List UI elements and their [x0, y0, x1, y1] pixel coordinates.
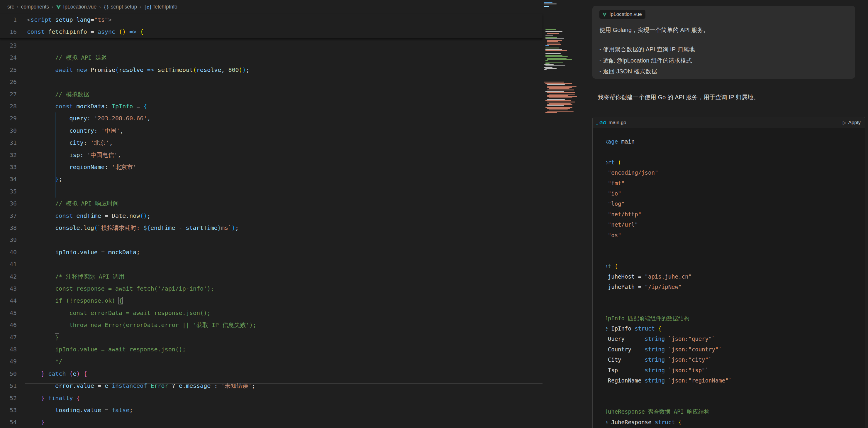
minimap-row	[547, 84, 565, 85]
line-number[interactable]: 47	[0, 332, 17, 343]
line-number[interactable]: 28	[0, 101, 17, 112]
attached-file-chip[interactable]: IpLocation.vue	[599, 10, 645, 19]
code-line[interactable]: 28 const mockData: IpInfo = {	[0, 101, 542, 112]
code-line[interactable]: 52 } finally {	[0, 392, 542, 404]
line-number[interactable]: 30	[0, 125, 17, 137]
line-number[interactable]: 49	[0, 355, 17, 368]
sticky-scroll[interactable]: 1<script setup lang="ts">16const fetchIp…	[0, 14, 542, 39]
line-number[interactable]: 44	[0, 295, 17, 307]
code-block-body[interactable]: package mainimport ( "encoding/json" "fm…	[593, 128, 865, 428]
breadcrumb-item-file[interactable]: IpLocation.vue	[56, 4, 96, 10]
breadcrumb-item-script-setup[interactable]: {} script setup	[103, 4, 137, 10]
minimap[interactable]	[542, 0, 584, 428]
minimap-row	[546, 112, 557, 113]
line-number[interactable]: 34	[0, 173, 17, 185]
code-line[interactable]: 46 throw new Error(errorData.error || '获…	[0, 319, 542, 331]
code-line[interactable]: 42 /* 注释掉实际 API 调用	[0, 270, 542, 283]
line-number[interactable]: 31	[0, 137, 17, 149]
code-line[interactable]: 33 regionName: '北京市'	[0, 161, 542, 173]
line-number[interactable]: 36	[0, 198, 17, 209]
minimap-row	[544, 3, 557, 4]
code-line[interactable]: 41	[0, 258, 542, 270]
minimap-row	[547, 41, 558, 42]
line-number[interactable]: 54	[0, 416, 17, 428]
line-number[interactable]: 23	[0, 40, 17, 52]
line-number[interactable]: 32	[0, 149, 17, 161]
line-number[interactable]: 16	[0, 26, 17, 38]
minimap-row	[544, 2, 553, 3]
code-line[interactable]: 38 console.log(`模拟请求耗时: ${endTime - star…	[0, 222, 542, 234]
line-number[interactable]: 27	[0, 88, 17, 101]
code-line[interactable]: 40 ipInfo.value = mockData;	[0, 246, 542, 258]
code-line[interactable]: 27 // 模拟数据	[0, 88, 542, 101]
line-number[interactable]: 50	[0, 368, 17, 380]
code-line[interactable]: 32 isp: '中国电信',	[0, 149, 542, 161]
line-number[interactable]: 24	[0, 52, 17, 64]
apply-button[interactable]: ▷ Apply	[843, 120, 861, 126]
code-line[interactable]: 48 ipInfo.value = await response.json();	[0, 343, 542, 355]
apply-label: Apply	[848, 120, 861, 126]
minimap-row	[547, 86, 577, 87]
code-line[interactable]: 30 country: '中国',	[0, 125, 542, 137]
code-line[interactable]: 1<script setup lang="ts">	[0, 14, 542, 26]
breadcrumb-label: fetchIpInfo	[153, 4, 178, 10]
line-number[interactable]: 29	[0, 112, 17, 124]
bullet-line: - 返回 JSON 格式数据	[599, 66, 695, 77]
breadcrumb-item-src[interactable]: src	[7, 4, 14, 10]
breadcrumb-item-symbol[interactable]: [∅] fetchIpInfo	[144, 4, 178, 10]
code-line[interactable]: 24 // 模拟 API 延迟	[0, 52, 542, 64]
code-line: Country string `json:"country"`	[606, 344, 865, 354]
code-line[interactable]: 53 loading.value = false;	[0, 404, 542, 416]
code-line: "fmt"	[606, 178, 865, 189]
code-line[interactable]: 23	[0, 40, 542, 52]
minimap-row	[546, 55, 562, 56]
code-line[interactable]: 51 error.value = e instanceof Error ? e.…	[0, 380, 542, 392]
minimap-row	[549, 94, 575, 94]
code-line[interactable]: 34 };	[0, 173, 542, 185]
code-line[interactable]: 31 city: '北京',	[0, 137, 542, 149]
breadcrumb-label: IpLocation.vue	[63, 4, 96, 10]
code-line[interactable]: 49 */	[0, 355, 542, 368]
line-number[interactable]: 37	[0, 210, 17, 222]
line-number[interactable]: 40	[0, 246, 17, 258]
breadcrumb-label: components	[21, 4, 49, 10]
code-line[interactable]: 36 // 模拟 API 响应时间	[0, 198, 542, 209]
code-line[interactable]: 45 const errorData = await response.json…	[0, 307, 542, 319]
line-number[interactable]: 51	[0, 380, 17, 392]
code-line[interactable]: 39	[0, 234, 542, 246]
minimap-row	[546, 38, 564, 39]
line-number[interactable]: 42	[0, 270, 17, 283]
minimap-row	[546, 56, 568, 57]
minimap-row	[546, 91, 564, 92]
code-line[interactable]: 50 } catch (e) {	[0, 368, 542, 380]
line-number[interactable]: 41	[0, 258, 17, 270]
code-line[interactable]: 35	[0, 186, 542, 198]
line-number[interactable]: 33	[0, 161, 17, 173]
code-line[interactable]: 16const fetchIpInfo = async () => {	[0, 26, 542, 38]
line-number[interactable]: 26	[0, 76, 17, 88]
minimap-row	[547, 99, 565, 100]
line-number[interactable]: 46	[0, 319, 17, 331]
line-number[interactable]: 52	[0, 392, 17, 404]
code-line[interactable]: 25 await new Promise(resolve => setTimeo…	[0, 64, 542, 76]
code-line: )	[606, 292, 865, 303]
code-area[interactable]: 2324 // 模拟 API 延迟25 await new Promise(re…	[0, 40, 542, 428]
code-line[interactable]: 37 const endTime = Date.now();	[0, 210, 542, 222]
line-number[interactable]: 38	[0, 222, 17, 234]
line-number[interactable]: 53	[0, 404, 17, 416]
line-number[interactable]: 35	[0, 186, 17, 198]
line-number[interactable]: 25	[0, 64, 17, 76]
code-line[interactable]: 54 }	[0, 416, 542, 428]
code-line[interactable]: 29 query: '203.208.60.66',	[0, 112, 542, 124]
line-number[interactable]: 48	[0, 343, 17, 355]
line-number[interactable]: 45	[0, 307, 17, 319]
line-number[interactable]: 39	[0, 234, 17, 246]
breadcrumb-item-components[interactable]: components	[21, 4, 49, 10]
line-number[interactable]: 1	[0, 14, 17, 26]
minimap-row	[546, 83, 572, 84]
code-line[interactable]: 26	[0, 76, 542, 88]
code-line[interactable]: 44 if (!response.ok) {	[0, 295, 542, 307]
code-line[interactable]: 47 }	[0, 332, 542, 343]
line-number[interactable]: 43	[0, 283, 17, 295]
code-line[interactable]: 43 const response = await fetch('/api/ip…	[0, 283, 542, 295]
